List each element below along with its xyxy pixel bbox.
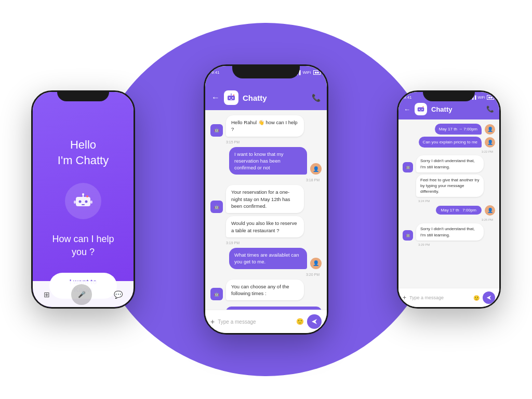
user-avatar: 👤: [485, 137, 495, 148]
svg-point-5: [82, 193, 84, 195]
bot-bubble: Feel free to give that another try by ty…: [416, 175, 484, 197]
message-row: Feel free to give that another try by ty…: [403, 175, 495, 197]
message-group: I want to know that my reservation has b…: [229, 147, 307, 175]
svg-point-17: [419, 109, 420, 110]
message-row: May 17 th 7:00pm 👤: [403, 205, 495, 216]
send-button[interactable]: [483, 291, 495, 304]
signal-icon: ▐▐▐: [292, 70, 301, 75]
bot-bubble: Hello Rahul 👋 how can I help ?: [226, 115, 304, 137]
send-button[interactable]: [307, 314, 322, 329]
message-row: 🤖 You can choose any of the following ti…: [210, 280, 322, 301]
message-time: 3:24 PM: [403, 200, 495, 203]
right-time: 9:41: [404, 95, 412, 100]
right-phone-screen: 9:41 ▐▐▐ WiFi ■■ ←: [398, 92, 499, 307]
message-time: 3:15 PM: [210, 140, 322, 144]
phone-left: Hello I'm Chatty How can I help you ? I …: [31, 90, 135, 309]
svg-point-2: [85, 200, 88, 203]
bot-bubble: Would you also like to reserve a table a…: [226, 216, 304, 237]
center-chat-input: + Type a message 🙂: [205, 310, 327, 333]
message-row: What times are availablet can you get to…: [210, 248, 322, 269]
wifi-icon: WiFi: [303, 70, 311, 75]
center-status-bar: 9:41 ▐▐▐ WiFi ■■: [205, 66, 327, 76]
call-button[interactable]: 📞: [486, 105, 494, 113]
bottom-navigation: ⊞ 🎤 💬: [33, 281, 134, 307]
svg-point-18: [422, 109, 423, 110]
user-bubble: I want to know that my reservation has b…: [229, 147, 307, 175]
send-icon: [311, 318, 318, 325]
message-row: I want to know that my reservation has b…: [210, 147, 322, 175]
send-icon: [486, 295, 492, 301]
bot-bubble: Sorry I didn't understand that, I'm stil…: [416, 155, 484, 172]
help-text: How can I help you ?: [52, 233, 114, 259]
scene: Hello I'm Chatty How can I help you ? I …: [0, 0, 532, 399]
bot-avatar: 🤖: [403, 162, 413, 172]
svg-rect-6: [74, 201, 76, 204]
message-row: Can you explain pricing to me 👤: [403, 137, 495, 148]
bot-bubble: Sorry I didn't understand that, I'm stil…: [416, 223, 484, 240]
center-chat-name: Chatty: [243, 94, 308, 102]
phone-right: 9:41 ▐▐▐ WiFi ■■ ←: [397, 90, 501, 309]
message-time: 3:22 PM: [403, 150, 495, 153]
message-row: 🤖 Your reservation for a one-night stay …: [210, 185, 322, 213]
chat-nav-icon[interactable]: 💬: [114, 290, 123, 299]
svg-rect-12: [231, 99, 232, 100]
back-button[interactable]: ←: [404, 105, 410, 113]
svg-point-15: [233, 95, 234, 96]
bot-avatar: 🤖: [210, 201, 223, 213]
message-time: 3:20 PM: [210, 273, 322, 276]
message-row: May 17 th → 7:00pm 👤: [403, 124, 495, 135]
user-bubble: What times are availablet can you get to…: [229, 248, 307, 269]
right-status-bar: 9:41 ▐▐▐ WiFi ■■: [398, 92, 499, 101]
bot-bubble: Your reservation for a one-night stay on…: [226, 185, 304, 213]
user-bubble: May 17 th → 7:00pm: [435, 124, 482, 135]
mic-button[interactable]: 🎤: [71, 284, 92, 305]
message-input[interactable]: Type a message: [409, 295, 470, 300]
user-avatar: 👤: [310, 163, 322, 175]
battery-icon: ■■: [313, 70, 321, 75]
message-row: 🤖 Hello Rahul 👋 how can I help ?: [210, 115, 322, 137]
emoji-button[interactable]: 🙂: [296, 318, 304, 325]
bot-icon: [73, 191, 94, 211]
bot-avatar: 🤖: [403, 230, 413, 241]
call-button[interactable]: 📞: [312, 94, 321, 102]
phone-center: 9:41 ▐▐▐ WiFi ■■ ←: [204, 64, 328, 335]
microphone-icon: 🎤: [78, 291, 86, 298]
message-group: Sorry I didn't understand that, I'm stil…: [416, 155, 484, 172]
emoji-button[interactable]: 🙂: [473, 295, 480, 301]
message-group: Hello Rahul 👋 how can I help ?: [226, 115, 304, 137]
svg-point-14: [231, 94, 232, 95]
svg-rect-3: [82, 204, 85, 205]
right-chat-header: ← Chatty 📞: [398, 101, 499, 119]
message-row: 🤖 Sorry I didn't understand that, I'm st…: [403, 223, 495, 240]
message-row: 🤖 Sorry I didn't understand that, I'm st…: [403, 155, 495, 172]
wifi-icon: WiFi: [478, 96, 485, 99]
message-time: 3:25 PM: [403, 218, 495, 221]
svg-rect-19: [420, 111, 422, 111]
options-group: May 17 th → 6:00pm May 17 th → 7:00pm Ma…: [210, 305, 322, 310]
back-button[interactable]: ←: [211, 93, 220, 102]
left-phone-screen: Hello I'm Chatty How can I help you ? I …: [33, 92, 134, 307]
svg-point-10: [229, 97, 230, 98]
right-chat-name: Chatty: [431, 105, 482, 113]
time-option-repeat[interactable]: May 17 th 7:00pm: [436, 206, 482, 215]
svg-point-20: [422, 106, 423, 107]
battery-icon: ■■: [487, 95, 494, 100]
add-attachment-button[interactable]: +: [210, 317, 215, 326]
center-chat-header: ← Chatty 📞: [205, 76, 327, 110]
message-input[interactable]: Type a message: [218, 319, 293, 325]
greeting-text: Hello I'm Chatty: [58, 137, 109, 169]
svg-point-8: [86, 195, 88, 197]
center-phone-screen: 9:41 ▐▐▐ WiFi ■■ ←: [205, 66, 327, 333]
message-time: 3:29 PM: [403, 243, 495, 246]
user-avatar: 👤: [485, 205, 495, 216]
right-chat-input: + Type a message 🙂: [398, 288, 499, 307]
add-attachment-button[interactable]: +: [403, 294, 406, 301]
message-group: You can choose any of the following time…: [226, 280, 304, 301]
user-bubble: Can you explain pricing to me: [419, 137, 482, 148]
user-avatar: 👤: [485, 124, 495, 135]
message-group: Your reservation for a one-night stay on…: [226, 185, 304, 213]
chatty-bot-icon: [227, 93, 236, 102]
center-messages: 🤖 Hello Rahul 👋 how can I help ? 3:15 PM…: [205, 110, 327, 310]
chatty-bot-icon: [417, 105, 425, 113]
grid-icon[interactable]: ⊞: [44, 290, 50, 299]
